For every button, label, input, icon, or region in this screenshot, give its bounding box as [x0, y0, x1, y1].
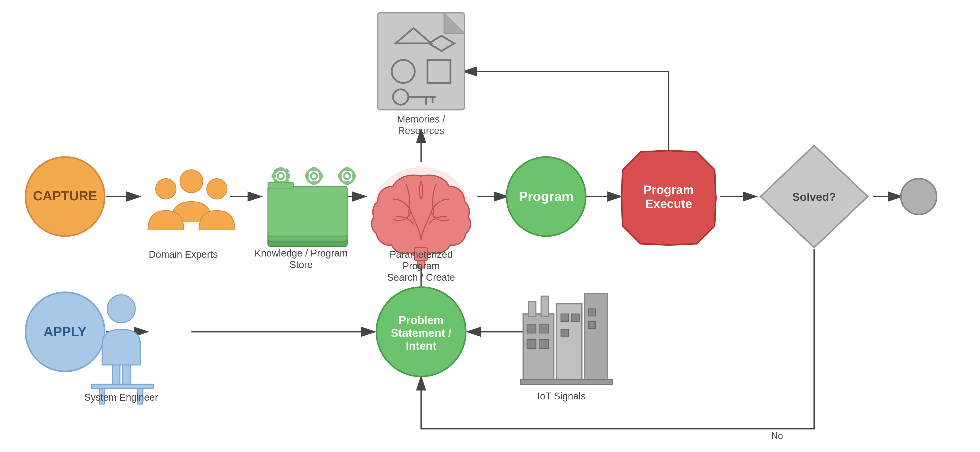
svg-rect-54 — [584, 293, 608, 380]
svg-rect-24 — [345, 181, 349, 185]
svg-point-6 — [278, 173, 284, 179]
svg-rect-30 — [268, 183, 293, 188]
arrow-no-feedback — [421, 249, 814, 429]
svg-rect-17 — [312, 167, 316, 171]
svg-rect-58 — [540, 324, 549, 333]
knowledge-store-icon — [268, 167, 356, 246]
memories-resources-icon — [378, 13, 465, 110]
svg-point-16 — [311, 173, 317, 179]
svg-rect-23 — [345, 167, 349, 171]
svg-rect-18 — [312, 181, 316, 185]
svg-rect-48 — [123, 365, 130, 385]
brain-label-1: Parameterized — [390, 249, 452, 260]
svg-rect-25 — [338, 174, 342, 178]
knowledge-store-label-1: Knowledge / Program — [255, 248, 348, 259]
svg-point-15 — [307, 169, 321, 183]
end-node — [901, 179, 937, 214]
program-label: Program — [519, 189, 573, 204]
svg-rect-47 — [112, 365, 120, 385]
knowledge-store-label-2: Store — [290, 259, 313, 270]
problem-statement-label-3: Intent — [406, 339, 436, 352]
svg-point-46 — [107, 295, 135, 323]
program-execute-label-2: Execute — [645, 197, 692, 210]
brain-label-3: Search / Create — [387, 272, 455, 283]
svg-rect-26 — [352, 174, 356, 178]
diagram-container: CAPTURE Domain Experts — [0, 0, 980, 452]
svg-rect-9 — [272, 174, 275, 178]
svg-rect-61 — [561, 314, 569, 321]
svg-rect-56 — [541, 296, 549, 317]
svg-rect-57 — [527, 324, 536, 333]
svg-point-4 — [207, 179, 227, 199]
svg-rect-59 — [527, 339, 536, 349]
solved-label: Solved? — [792, 191, 836, 203]
svg-rect-49 — [92, 384, 153, 389]
svg-rect-29 — [268, 186, 347, 236]
memories-label-2: Resources — [398, 125, 444, 136]
problem-statement-label-1: Problem — [399, 314, 444, 326]
svg-point-2 — [180, 170, 203, 193]
problem-statement-label-2: Statement / — [391, 327, 451, 339]
svg-rect-65 — [588, 321, 595, 329]
svg-rect-66 — [520, 380, 612, 384]
iot-signals-label: IoT Signals — [537, 391, 585, 401]
svg-rect-63 — [561, 329, 569, 337]
domain-experts-label: Domain Experts — [149, 249, 218, 260]
svg-rect-64 — [588, 309, 595, 316]
svg-point-3 — [156, 179, 176, 199]
svg-rect-62 — [572, 314, 579, 321]
svg-point-22 — [344, 173, 350, 179]
svg-rect-10 — [286, 174, 290, 178]
program-execute-label-1: Program — [643, 183, 694, 197]
capture-label: CAPTURE — [33, 188, 97, 203]
system-engineer-label: System Engineer — [84, 392, 158, 403]
apply-label: APPLY — [44, 324, 87, 339]
svg-rect-55 — [528, 301, 536, 317]
svg-rect-20 — [319, 174, 323, 178]
brain-label-2: Program — [402, 261, 440, 271]
svg-point-21 — [340, 169, 354, 183]
memories-label-1: Memories / — [397, 114, 445, 124]
no-label: No — [771, 431, 783, 441]
iot-signals-icon — [520, 293, 612, 384]
svg-rect-7 — [279, 167, 283, 171]
domain-experts-icon — [148, 170, 235, 230]
arrow-execute-to-memories — [465, 72, 669, 151]
svg-rect-60 — [540, 339, 549, 349]
svg-rect-19 — [305, 174, 309, 178]
